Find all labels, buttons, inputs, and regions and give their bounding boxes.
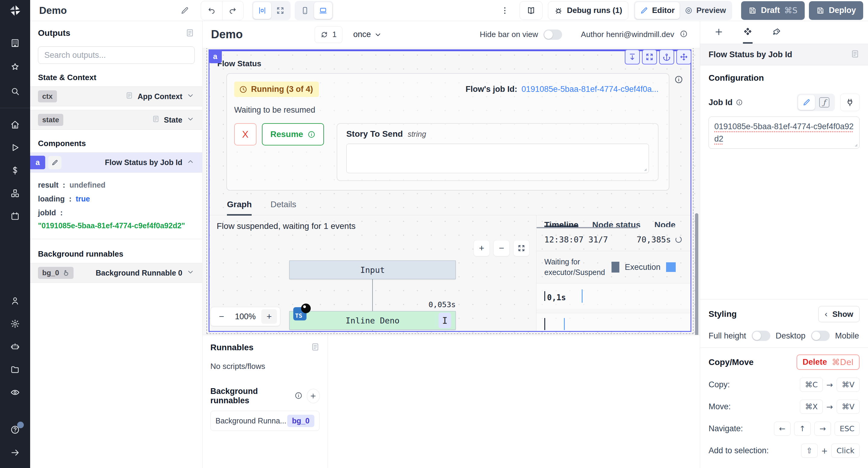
anchor-icon[interactable]: [659, 49, 674, 64]
kebab-menu-icon[interactable]: [500, 6, 509, 15]
move-icon[interactable]: [676, 49, 691, 64]
flow-status-component[interactable]: a Flow Status Running (3 of 4): [209, 49, 691, 332]
settings-gear-icon[interactable]: [10, 319, 20, 329]
docs-book-button[interactable]: [520, 1, 542, 20]
collapse-arrow-icon[interactable]: [10, 447, 20, 458]
theme-paintbrush-tab[interactable]: [772, 27, 781, 44]
info-icon[interactable]: [736, 99, 743, 106]
graph-zoom-in-button[interactable]: +: [473, 240, 490, 256]
mobile-view-button[interactable]: [296, 2, 314, 19]
variables-dollar-icon[interactable]: [10, 165, 20, 175]
state-row[interactable]: state State: [30, 110, 202, 130]
workspace-icon[interactable]: [10, 38, 20, 48]
graph-zoom-out-button[interactable]: −: [493, 240, 510, 256]
cancel-flow-button[interactable]: X: [234, 123, 256, 145]
resume-flow-button[interactable]: Resume: [262, 123, 324, 145]
app-canvas[interactable]: a Flow Status Running (3 of 4): [203, 48, 700, 335]
home-icon[interactable]: [10, 120, 20, 130]
refresh-count-button[interactable]: 1: [315, 26, 342, 43]
tab-timeline[interactable]: Timeline: [544, 220, 578, 227]
windmill-logo[interactable]: [0, 0, 30, 21]
hide-bar-toggle[interactable]: [544, 30, 562, 40]
flow-graph[interactable]: Flow suspended, waiting for 1 events + −…: [210, 215, 536, 331]
show-styling-button[interactable]: ‹ Show: [818, 306, 860, 322]
runs-play-icon[interactable]: [10, 142, 20, 153]
expression-fx-button[interactable]: ƒ: [815, 95, 834, 110]
zoom-out-button[interactable]: −: [214, 309, 229, 324]
search-icon[interactable]: [10, 86, 20, 96]
full-height-toggle[interactable]: [752, 331, 770, 341]
zoom-in-button[interactable]: +: [261, 309, 277, 324]
user-icon[interactable]: [10, 296, 20, 306]
connect-plug-button[interactable]: [840, 94, 860, 111]
bg-runnable-item[interactable]: Background Runna... bg_0: [210, 411, 319, 431]
component-tag-badge[interactable]: a: [209, 49, 222, 63]
bg-runnable-row[interactable]: bg_0 Background Runnable 0: [30, 263, 202, 283]
help-icon[interactable]: [10, 425, 20, 435]
chevron-down-icon[interactable]: [187, 115, 194, 125]
redo-button[interactable]: [222, 1, 243, 20]
graph-node-inline-deno[interactable]: TS Inline Deno I: [289, 311, 456, 330]
prop-key[interactable]: result: [38, 178, 59, 192]
graph-fit-button[interactable]: [513, 240, 530, 256]
run-mode-select[interactable]: once: [353, 30, 382, 39]
info-icon: [307, 130, 315, 138]
shortcut-row-add-selection: Add to selection: ⇧ + Click: [709, 444, 860, 458]
chevron-down-icon[interactable]: [187, 92, 194, 101]
chevron-down-icon[interactable]: [187, 268, 194, 278]
app-title: Demo: [39, 5, 67, 16]
fullscreen-layout-button[interactable]: [271, 2, 289, 19]
edit-title-pencil-icon[interactable]: [180, 6, 189, 15]
prop-key[interactable]: loading: [38, 192, 65, 206]
expand-icon[interactable]: [642, 49, 657, 64]
add-component-tab[interactable]: [714, 27, 724, 44]
desktop-view-button[interactable]: [314, 2, 332, 19]
workers-robot-icon[interactable]: [10, 341, 20, 352]
outputs-doc-icon[interactable]: [185, 28, 194, 38]
preview-tab[interactable]: Preview: [680, 2, 731, 19]
story-textarea[interactable]: [346, 144, 649, 173]
runnables-doc-icon[interactable]: [311, 342, 320, 353]
hide-bar-label: Hide bar on view: [480, 30, 538, 39]
component-doc-icon[interactable]: [850, 49, 860, 60]
component-a-row[interactable]: a Flow Status by Job Id: [30, 153, 202, 173]
search-outputs-input[interactable]: [38, 46, 195, 64]
undo-button[interactable]: [201, 1, 222, 20]
flow-job-id-link[interactable]: 0191085e-5baa-81ef-4774-c9ef4f0a...: [521, 85, 658, 94]
tab-details[interactable]: Details: [270, 200, 296, 215]
static-input-pencil-button[interactable]: [798, 95, 815, 110]
add-bg-runnable-button[interactable]: [307, 389, 320, 403]
centered-layout-button[interactable]: [253, 2, 271, 19]
delete-component-button[interactable]: Delete ⌘Del: [797, 355, 860, 370]
ctx-row[interactable]: ctx App Context: [30, 87, 202, 106]
rename-pencil-icon[interactable]: [48, 156, 61, 169]
timeline-row[interactable]: 0,1s: [536, 283, 690, 309]
vertical-scrollbar[interactable]: [695, 213, 698, 335]
graph-node-input[interactable]: Input: [289, 261, 456, 279]
info-icon[interactable]: [680, 30, 688, 39]
hub-icon[interactable]: [10, 188, 20, 198]
folders-icon[interactable]: [10, 364, 20, 375]
star-icon[interactable]: [10, 62, 20, 72]
prop-key[interactable]: jobId: [38, 206, 56, 220]
tab-graph[interactable]: Graph: [227, 200, 252, 215]
prop-value: true: [76, 192, 90, 206]
desktop-toggle[interactable]: [811, 331, 830, 341]
schedules-calendar-icon[interactable]: [10, 211, 20, 221]
chevron-up-icon[interactable]: [187, 158, 194, 167]
tab-node-definition[interactable]: Node: [654, 220, 675, 227]
debug-runs-button[interactable]: Debug runs (1): [548, 1, 628, 20]
timeline-row[interactable]: [536, 313, 690, 331]
job-id-input[interactable]: 0191085e-5baa-81ef-4774-c9ef4f0a92d2: [709, 116, 860, 149]
component-settings-tab[interactable]: [743, 27, 752, 44]
editor-preview-toggle: Editor Preview: [634, 1, 732, 20]
info-icon[interactable]: [674, 75, 683, 85]
timeline-progress-tick: [564, 318, 565, 330]
deploy-button[interactable]: Deploy: [809, 1, 863, 20]
editor-tab[interactable]: Editor: [635, 2, 679, 19]
info-icon[interactable]: [294, 392, 303, 401]
draft-save-button[interactable]: Draft ⌘S: [741, 1, 805, 20]
insert-down-icon[interactable]: [625, 49, 640, 64]
tab-node-status[interactable]: Node status: [592, 220, 641, 227]
audit-eye-icon[interactable]: [10, 387, 20, 398]
